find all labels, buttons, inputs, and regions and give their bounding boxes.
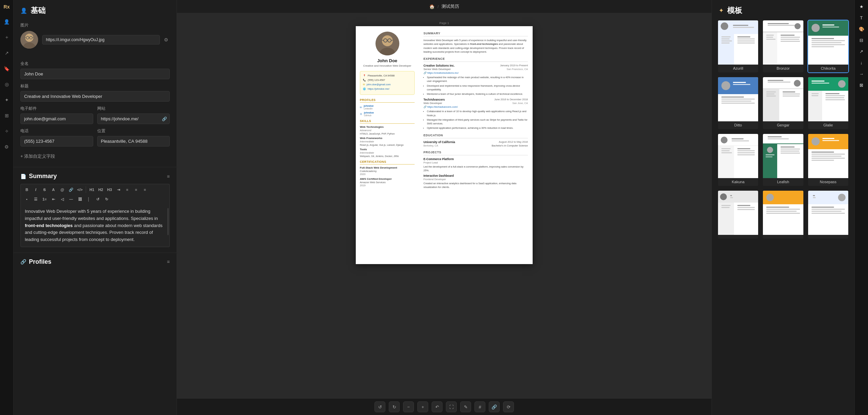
leafish-right-1 (781, 146, 795, 148)
basics-title: 基础 (31, 5, 46, 16)
photo-settings-icon[interactable]: ⚙ (163, 36, 170, 44)
summary-menu-icon[interactable]: ≡ (167, 174, 170, 179)
right-icon-star[interactable]: ★ (859, 4, 864, 9)
separator-button[interactable]: │ (85, 195, 93, 203)
right-icon-text[interactable]: T (860, 15, 863, 20)
template-bronzor[interactable]: Bronzor (762, 20, 804, 73)
template-row4-3[interactable] (807, 190, 849, 239)
reset-button[interactable]: ⟳ (503, 401, 514, 412)
template-kakuna[interactable]: Kakuna (717, 133, 759, 187)
unordered-list-button[interactable]: ☰ (32, 195, 40, 203)
resume-container[interactable]: Page 1 (177, 13, 712, 399)
ordered-list-button[interactable]: 1≡ (40, 195, 49, 203)
zoom-in-button[interactable]: + (417, 401, 428, 412)
highlight-button[interactable]: A (49, 186, 57, 194)
h3-button[interactable]: H3 (105, 186, 114, 194)
right-icon-arrow[interactable]: → (859, 71, 864, 76)
outdent-button[interactable]: ⇤ (49, 195, 57, 203)
website-input-wrapper: 🔗 (97, 114, 170, 124)
icon-share[interactable]: ↗ (2, 48, 12, 58)
decrease-indent-button[interactable]: ◁ (58, 195, 66, 203)
right-icon-layout[interactable]: ⊟ (859, 38, 863, 43)
add-custom-field-button[interactable]: + 添加自定义字段 (20, 151, 170, 161)
template-chikorita[interactable]: Chikorita (807, 20, 849, 73)
undo-button[interactable]: ↺ (94, 195, 102, 203)
github-network: GitHub (364, 114, 374, 117)
edit-tool-button[interactable]: ✎ (460, 401, 471, 412)
breadcrumb-home[interactable]: 🏠 (429, 4, 435, 9)
icon-sparkle[interactable]: ✧ (2, 126, 12, 136)
resume-exp-1-dates: January 2019 to Present (500, 64, 528, 67)
rotate-left-button[interactable]: ↶ (432, 401, 443, 412)
row4-1-name (730, 195, 732, 196)
phone-input[interactable] (20, 136, 93, 146)
title-input[interactable] (20, 91, 170, 102)
bold-button[interactable]: B (23, 186, 31, 194)
image-button[interactable]: 🖼 (76, 195, 84, 203)
icon-bookmark[interactable]: 🔖 (2, 64, 12, 73)
summary-editor[interactable]: Innovative Web Developer with 5 years of… (20, 205, 170, 247)
undo-tool-button[interactable]: ↺ (374, 401, 385, 412)
glalie-right-1 (825, 93, 839, 94)
align-left-button[interactable]: ≡ (123, 186, 131, 194)
basics-icon: 👤 (20, 7, 27, 14)
photo-url-input[interactable] (42, 35, 160, 45)
azurill-left-4 (721, 42, 730, 44)
fullscreen-button[interactable]: ⛶ (446, 401, 457, 412)
template-nosepass[interactable]: Nosepass (807, 133, 849, 187)
resume-contact-box: 📍 Pleasantville, CA 94588 📞 (555) 123-45… (360, 71, 415, 95)
icon-settings[interactable]: ⚙ (2, 142, 12, 152)
redo-button[interactable]: ↻ (102, 195, 111, 203)
link-tool-button[interactable]: 🔗 (489, 401, 500, 412)
chikorita-line-4 (812, 44, 845, 45)
code-button[interactable]: </> (76, 186, 84, 194)
hr-button[interactable]: — (67, 195, 75, 203)
bronzor-title-line (768, 25, 798, 26)
azurill-avatar (721, 22, 728, 30)
template-row4-2[interactable] (762, 190, 804, 239)
fullname-input[interactable] (20, 69, 170, 79)
template-leafish[interactable]: Leafish (762, 133, 804, 187)
mention-button[interactable]: @ (58, 186, 66, 194)
website-input[interactable] (97, 114, 170, 124)
profiles-menu-icon[interactable]: ≡ (167, 259, 170, 264)
align-center-button[interactable]: ≡ (132, 186, 140, 194)
template-row4-1[interactable] (717, 190, 759, 239)
email-input[interactable] (20, 114, 93, 124)
link-button[interactable]: 🔗 (67, 186, 75, 194)
resume-contact-website: 🌐 https://johndoe.me/ (363, 87, 412, 90)
resume-proj-2-desc: Created an interactive analytics dashboa… (423, 181, 528, 189)
kakuna-title-line (732, 140, 749, 141)
right-icon-share[interactable]: ↗ (859, 49, 863, 54)
page-label: Page 1 (439, 20, 449, 26)
italic-button[interactable]: I (32, 186, 40, 194)
resume-exp-1-link: 🔗 https://creativesolutions.inc/ (423, 71, 528, 74)
icon-globe[interactable]: ◎ (2, 80, 12, 89)
resume-summary-text: Innovative Web Developer with 5 years of… (423, 38, 528, 54)
h2-button[interactable]: H2 (97, 186, 105, 194)
align-right-button[interactable]: ≡ (141, 186, 149, 194)
indent-button[interactable]: ⇥ (114, 186, 122, 194)
icon-add[interactable]: ＋ (2, 33, 12, 42)
icon-person[interactable]: 👤 (2, 17, 12, 27)
h1-button[interactable]: H1 (88, 186, 96, 194)
location-input[interactable] (97, 136, 170, 146)
right-icon-download[interactable]: ↓ (860, 60, 863, 65)
right-icon-minimize[interactable]: ⊠ (859, 83, 863, 88)
template-azurill[interactable]: Azurill (717, 20, 759, 73)
redo-tool-button[interactable]: ↻ (389, 401, 400, 412)
zoom-out-button[interactable]: − (403, 401, 414, 412)
row4-1-right-1 (737, 205, 750, 206)
template-ditto[interactable]: Ditto (717, 76, 759, 130)
phone-field-group: 电话 (20, 124, 93, 146)
icon-wand[interactable]: ✦ (2, 95, 12, 105)
resume-edu-1-header: University of California August 2012 to … (423, 140, 528, 144)
icon-stack[interactable]: ⊞ (2, 111, 12, 120)
template-gengar[interactable]: Gengar (762, 76, 804, 130)
bullet-list-button[interactable]: ▪ (23, 195, 31, 203)
right-icon-palette[interactable]: 🎨 (859, 27, 864, 32)
template-glalie[interactable]: Glalie (807, 76, 849, 130)
editor-scrollbar[interactable] (167, 208, 169, 235)
hash-button[interactable]: # (474, 401, 485, 412)
strikethrough-button[interactable]: S (40, 186, 49, 194)
